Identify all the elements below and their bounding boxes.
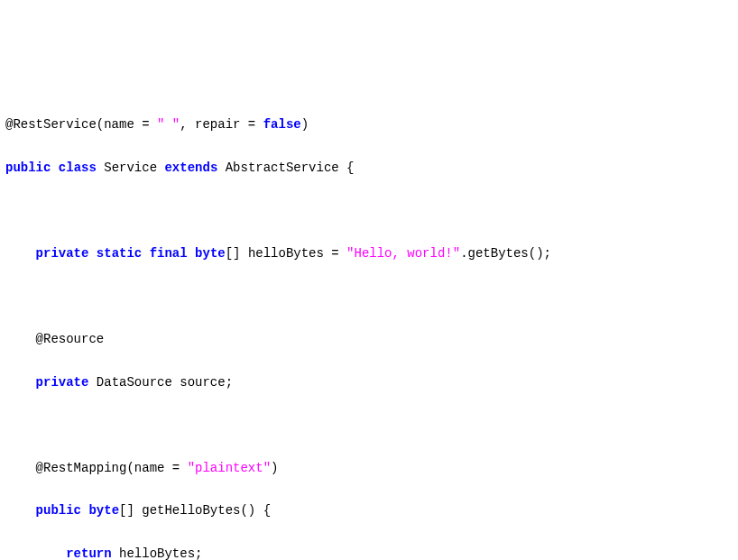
annotation: @RestMapping(name = [36, 461, 188, 475]
blank-line [5, 286, 733, 308]
keyword-class: class [59, 161, 97, 175]
string-literal: " " [157, 117, 180, 132]
keyword-private: private [36, 246, 89, 261]
code-line: private DataSource source; [5, 372, 733, 394]
annotation: @RestService(name = [5, 117, 157, 132]
blank-line [5, 200, 733, 222]
string-literal: "Hello, world!" [346, 246, 460, 261]
keyword-false: false [263, 117, 301, 132]
keyword-static: static [97, 246, 142, 261]
keyword-byte: byte [88, 503, 119, 518]
keyword-return: return [66, 546, 111, 560]
keyword-byte: byte [195, 246, 226, 261]
code-line: @RestService(name = " ", repair = false) [5, 115, 733, 136]
code-line: return helloBytes; [5, 544, 733, 560]
keyword-final: final [150, 246, 188, 261]
code-editor: @RestService(name = " ", repair = false)… [5, 93, 733, 560]
keyword-private: private [36, 375, 89, 390]
string-literal: "plaintext" [188, 461, 271, 475]
code-line: public class Service extends AbstractSer… [5, 158, 733, 179]
keyword-public: public [5, 161, 51, 175]
code-line: private static final byte[] helloBytes =… [5, 243, 733, 265]
code-line: @Resource [5, 329, 733, 351]
code-line: public byte[] getHelloBytes() { [5, 500, 733, 522]
keyword-public: public [36, 503, 81, 518]
blank-line [5, 415, 733, 436]
code-line: @RestMapping(name = "plaintext") [5, 458, 733, 480]
keyword-extends: extends [164, 161, 217, 175]
annotation: @Resource [36, 332, 105, 346]
